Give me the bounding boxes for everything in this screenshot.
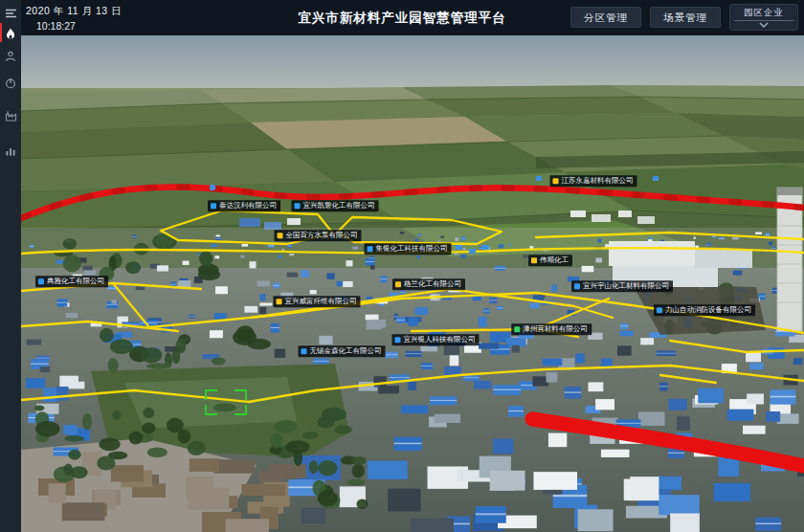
company-marker-icon bbox=[38, 278, 44, 284]
company-marker-label: 宜兴威富纤维有限公司 bbox=[285, 298, 357, 305]
company-marker[interactable]: 无锡金森化工有限公司 bbox=[299, 345, 386, 357]
left-toolbar bbox=[0, 0, 21, 532]
menu-button[interactable] bbox=[0, 3, 21, 24]
bar-chart-icon bbox=[5, 145, 16, 157]
power-icon bbox=[5, 78, 16, 89]
company-marker[interactable]: 宜兴凯磐化工有限公司 bbox=[292, 200, 379, 211]
scene-manage-button[interactable]: 场景管理 bbox=[650, 7, 721, 28]
top-bar-actions: 分区管理 场景管理 园区企业 bbox=[570, 4, 798, 31]
company-marker[interactable]: 宜兴威富纤维有限公司 bbox=[274, 296, 361, 307]
map-viewport: 泰达汉利有限公司宜兴凯磐化工有限公司全国百方水泵有限公司江苏永嘉材料有限公司集银… bbox=[21, 35, 804, 532]
enterprise-button[interactable] bbox=[0, 105, 21, 126]
company-marker-icon bbox=[395, 281, 401, 287]
company-marker-label: 集银化工科技有限公司 bbox=[376, 245, 448, 253]
company-marker-label: 格兰化工有限公司 bbox=[404, 280, 461, 288]
factory-icon bbox=[5, 110, 17, 122]
dropdown-divider bbox=[734, 20, 793, 21]
person-icon bbox=[5, 51, 16, 62]
park-enterprise-dropdown[interactable]: 园区企业 bbox=[729, 4, 798, 31]
company-marker-label: 伟顺化工 bbox=[540, 256, 569, 264]
smart-park-platform: 2020 年 11 月 13 日 10:18:27 宜兴市新材料产业园智慧管理平… bbox=[0, 0, 804, 532]
dropdown-label: 园区企业 bbox=[744, 7, 784, 19]
company-marker-label: 无锡金森化工有限公司 bbox=[310, 347, 382, 355]
company-marker-label: 全国百方水泵有限公司 bbox=[286, 232, 358, 239]
company-marker[interactable]: 全国百方水泵有限公司 bbox=[275, 230, 362, 241]
company-marker[interactable]: 集银化工科技有限公司 bbox=[365, 243, 452, 255]
company-marker[interactable]: 力山自动消防设备有限公司 bbox=[654, 304, 755, 316]
flame-icon bbox=[5, 28, 16, 40]
company-marker-icon bbox=[211, 203, 216, 209]
chevron-down-icon bbox=[758, 22, 770, 28]
company-marker[interactable]: 伟顺化工 bbox=[528, 255, 572, 266]
company-marker-icon bbox=[531, 257, 537, 263]
power-button[interactable] bbox=[0, 73, 21, 94]
company-marker-label: 江苏永嘉材料有限公司 bbox=[562, 177, 634, 185]
company-marker-icon bbox=[514, 326, 520, 332]
statistics-button[interactable] bbox=[0, 141, 21, 162]
company-marker-label: 泰达汉利有限公司 bbox=[219, 202, 277, 210]
company-marker-label: 宜兴凯磐化工有限公司 bbox=[303, 202, 375, 210]
fire-monitor-button[interactable] bbox=[0, 23, 21, 44]
company-marker-label: 典雅化工有限公司 bbox=[47, 277, 104, 285]
menu-icon bbox=[5, 8, 17, 19]
company-marker[interactable]: 江苏永嘉材料有限公司 bbox=[550, 175, 637, 187]
company-marker[interactable]: 典雅化工有限公司 bbox=[35, 276, 108, 287]
company-marker-icon bbox=[302, 348, 307, 354]
company-marker-icon bbox=[295, 203, 301, 209]
company-marker-icon bbox=[395, 337, 401, 343]
company-marker-icon bbox=[368, 246, 373, 252]
company-marker-icon bbox=[278, 233, 283, 238]
partition-manage-button[interactable]: 分区管理 bbox=[570, 7, 641, 28]
company-marker-label: 潭州营材料有限公司 bbox=[523, 325, 588, 333]
company-marker-icon bbox=[553, 178, 559, 184]
company-marker[interactable]: 宜兴宇山化工材料有限公司 bbox=[571, 280, 673, 292]
sky bbox=[21, 35, 804, 93]
company-marker-icon bbox=[277, 299, 282, 304]
company-marker[interactable]: 泰达汉利有限公司 bbox=[208, 200, 280, 211]
company-marker[interactable]: 潭州营材料有限公司 bbox=[511, 323, 592, 335]
company-marker[interactable]: 格兰化工有限公司 bbox=[392, 278, 465, 290]
company-marker-label: 宜兴宇山化工材料有限公司 bbox=[583, 282, 669, 290]
company-marker-icon bbox=[657, 307, 662, 313]
company-marker-icon bbox=[574, 283, 580, 289]
top-bar: 2020 年 11 月 13 日 10:18:27 宜兴市新材料产业园智慧管理平… bbox=[0, 0, 804, 35]
company-marker[interactable]: 宜兴银人科技有限公司 bbox=[392, 334, 480, 345]
company-marker-label: 宜兴银人科技有限公司 bbox=[404, 336, 476, 344]
personnel-button[interactable] bbox=[0, 46, 21, 67]
company-marker-label: 力山自动消防设备有限公司 bbox=[665, 306, 751, 314]
